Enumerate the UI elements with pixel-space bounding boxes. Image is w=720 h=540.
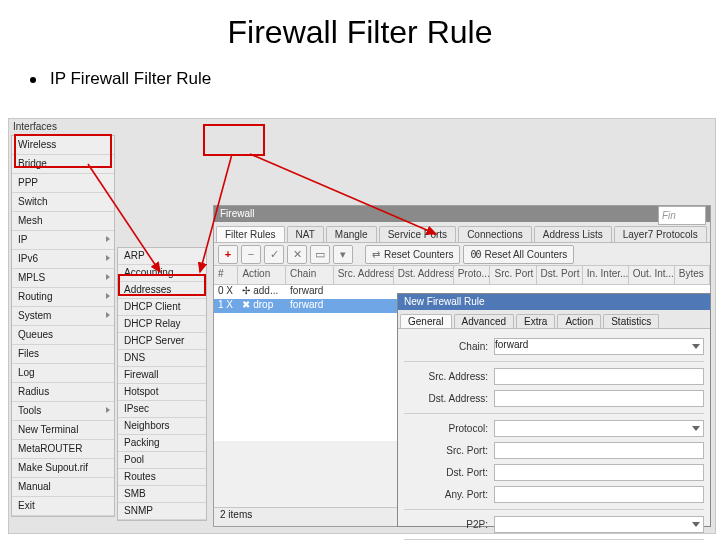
submenu-item-pool[interactable]: Pool [118, 452, 206, 469]
submenu-item-ipsec[interactable]: IPsec [118, 401, 206, 418]
menu-item-make-supout-rif[interactable]: Make Supout.rif [12, 459, 114, 478]
column-header[interactable]: # [214, 266, 238, 284]
field-input[interactable] [494, 486, 704, 503]
tab-layer7-protocols[interactable]: Layer7 Protocols [614, 226, 707, 242]
field-input[interactable] [494, 420, 704, 437]
ip-submenu: ARPAccountingAddressesDHCP ClientDHCP Re… [117, 247, 207, 521]
field-label: Chain: [404, 341, 494, 352]
menu-item-ipv6[interactable]: IPv6 [12, 250, 114, 269]
bullet-text: IP Firewall Filter Rule [50, 69, 211, 88]
field-input[interactable]: forward [494, 338, 704, 355]
field-label: Dst. Address: [404, 393, 494, 404]
submenu-item-dhcp-server[interactable]: DHCP Server [118, 333, 206, 350]
menu-item-system[interactable]: System [12, 307, 114, 326]
new-rule-dialog: New Firewall Rule GeneralAdvancedExtraAc… [397, 293, 711, 527]
window-title: Firewall [214, 206, 710, 222]
reset-all-counters-button[interactable]: 00Reset All Counters [463, 245, 574, 264]
menu-item-files[interactable]: Files [12, 345, 114, 364]
submenu-item-dhcp-relay[interactable]: DHCP Relay [118, 316, 206, 333]
add-button[interactable]: + [218, 245, 238, 264]
field-label: Src. Address: [404, 371, 494, 382]
menu-item-tools[interactable]: Tools [12, 402, 114, 421]
dialog-form: Chain:forwardSrc. Address:Dst. Address:P… [398, 329, 710, 540]
remove-button[interactable]: − [241, 245, 261, 264]
app-frame: Interfaces WirelessBridgePPPSwitchMeshIP… [8, 118, 716, 534]
column-header[interactable]: Dst. Address [394, 266, 454, 284]
column-header[interactable]: Out. Int... [629, 266, 675, 284]
dialog-title: New Firewall Rule [398, 294, 710, 310]
tab-connections[interactable]: Connections [458, 226, 532, 242]
find-input[interactable]: Fin [658, 206, 706, 225]
dialog-tabs: GeneralAdvancedExtraActionStatistics [398, 310, 710, 329]
menu-item-switch[interactable]: Switch [12, 193, 114, 212]
tab-service-ports[interactable]: Service Ports [379, 226, 456, 242]
menu-item-manual[interactable]: Manual [12, 478, 114, 497]
comment-button[interactable]: ▭ [310, 245, 330, 264]
field-label: Protocol: [404, 423, 494, 434]
dialog-tab-statistics[interactable]: Statistics [603, 314, 659, 328]
submenu-item-arp[interactable]: ARP [118, 248, 206, 265]
toolbar: + − ✓ ✕ ▭ ▾ ⇄Reset Counters 00Reset All … [214, 243, 710, 266]
field-input[interactable] [494, 516, 704, 533]
menu-item-ip[interactable]: IP [12, 231, 114, 250]
column-header[interactable]: In. Inter... [583, 266, 629, 284]
bullet-line: IP Firewall Filter Rule [0, 51, 720, 89]
field-label: Any. Port: [404, 489, 494, 500]
menu-item-queues[interactable]: Queues [12, 326, 114, 345]
submenu-item-firewall[interactable]: Firewall [118, 367, 206, 384]
disable-button[interactable]: ✕ [287, 245, 307, 264]
menu-item-exit[interactable]: Exit [12, 497, 114, 516]
submenu-item-neighbors[interactable]: Neighbors [118, 418, 206, 435]
submenu-item-dns[interactable]: DNS [118, 350, 206, 367]
field-label: Dst. Port: [404, 467, 494, 478]
menu-item-wireless[interactable]: Wireless [12, 136, 114, 155]
column-header[interactable]: Dst. Port [537, 266, 583, 284]
menu-item-ppp[interactable]: PPP [12, 174, 114, 193]
column-header[interactable]: Chain [286, 266, 334, 284]
tab-nat[interactable]: NAT [287, 226, 324, 242]
column-header[interactable]: Src. Address [334, 266, 394, 284]
submenu-item-packing[interactable]: Packing [118, 435, 206, 452]
reset-counters-button[interactable]: ⇄Reset Counters [365, 245, 460, 264]
dialog-tab-general[interactable]: General [400, 314, 452, 328]
field-input[interactable] [494, 442, 704, 459]
field-input[interactable] [494, 390, 704, 407]
submenu-item-dhcp-client[interactable]: DHCP Client [118, 299, 206, 316]
submenu-item-routes[interactable]: Routes [118, 469, 206, 486]
tab-mangle[interactable]: Mangle [326, 226, 377, 242]
column-header[interactable]: Proto... [454, 266, 491, 284]
submenu-item-accounting[interactable]: Accounting [118, 265, 206, 282]
tab-address-lists[interactable]: Address Lists [534, 226, 612, 242]
menu-header: Interfaces [13, 121, 57, 132]
menu-item-mesh[interactable]: Mesh [12, 212, 114, 231]
dialog-tab-action[interactable]: Action [557, 314, 601, 328]
menu-item-metarouter[interactable]: MetaROUTER [12, 440, 114, 459]
column-header[interactable]: Src. Port [490, 266, 536, 284]
grid-header: #ActionChainSrc. AddressDst. AddressProt… [214, 266, 710, 285]
field-label: Src. Port: [404, 445, 494, 456]
field-input[interactable] [494, 368, 704, 385]
submenu-item-hotspot[interactable]: Hotspot [118, 384, 206, 401]
tab-filter-rules[interactable]: Filter Rules [216, 226, 285, 242]
submenu-item-addresses[interactable]: Addresses [118, 282, 206, 299]
menu-item-new-terminal[interactable]: New Terminal [12, 421, 114, 440]
filter-button[interactable]: ▾ [333, 245, 353, 264]
submenu-item-smb[interactable]: SMB [118, 486, 206, 503]
submenu-item-snmp[interactable]: SNMP [118, 503, 206, 520]
column-header[interactable]: Bytes [675, 266, 710, 284]
column-header[interactable]: Action [238, 266, 286, 284]
enable-button[interactable]: ✓ [264, 245, 284, 264]
menu-item-routing[interactable]: Routing [12, 288, 114, 307]
menu-item-mpls[interactable]: MPLS [12, 269, 114, 288]
menu-item-bridge[interactable]: Bridge [12, 155, 114, 174]
dialog-tab-extra[interactable]: Extra [516, 314, 555, 328]
firewall-tabs: Filter RulesNATMangleService PortsConnec… [214, 222, 710, 243]
field-label: P2P: [404, 519, 494, 530]
page-title: Firewall Filter Rule [0, 0, 720, 51]
menu-item-radius[interactable]: Radius [12, 383, 114, 402]
field-input[interactable] [494, 464, 704, 481]
main-menu: WirelessBridgePPPSwitchMeshIPIPv6MPLSRou… [11, 135, 115, 517]
dialog-tab-advanced[interactable]: Advanced [454, 314, 514, 328]
menu-item-log[interactable]: Log [12, 364, 114, 383]
